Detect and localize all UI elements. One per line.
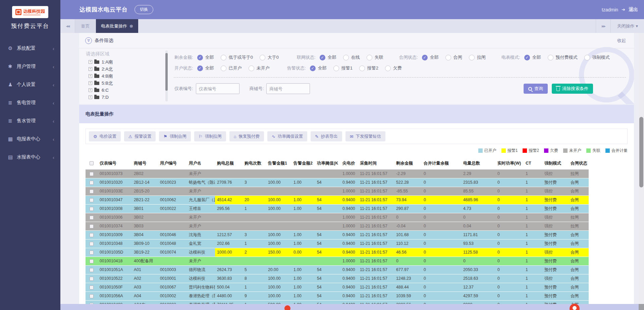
row-checkbox[interactable]	[90, 198, 94, 202]
radio-icon[interactable]	[584, 55, 590, 60]
radio-option-全部[interactable]: ✓全部	[422, 54, 439, 60]
radio-option-强制模式[interactable]: 强制模式	[584, 54, 610, 60]
radio-option-合闸[interactable]: 合闸	[445, 54, 462, 60]
toolbar-button-恢复预付费[interactable]: ⌂恢复预付费	[229, 131, 264, 141]
sidebar-item-售电管理[interactable]: ≣售电管理‹	[0, 94, 60, 112]
expand-plus-icon[interactable]: +	[89, 95, 92, 99]
close-operations-dropdown[interactable]: 关闭操作 ▾	[610, 19, 644, 33]
row-checkbox[interactable]	[90, 224, 94, 228]
table-row[interactable]: 00100103063B02未开户1.000011-21 16:01:57000…	[86, 213, 589, 222]
toolbar-button-电价设置[interactable]: ⚙电价设置	[89, 131, 121, 141]
radio-option-未开户[interactable]: 未开户	[249, 65, 270, 71]
radio-icon[interactable]	[359, 65, 365, 71]
radio-icon[interactable]	[548, 55, 553, 60]
table-row[interactable]: 00100103732B02未开户1.000011-21 16:01:57-2.…	[86, 170, 589, 178]
radio-option-低于或等于0[interactable]: 低于或等于0	[221, 54, 253, 60]
table-row[interactable]: 0010010403A04左0010002泰潜热处理（队72111.351500…	[86, 301, 589, 304]
radio-icon[interactable]	[221, 65, 226, 71]
row-checkbox[interactable]	[90, 189, 94, 193]
table-row[interactable]: 00100103472B21-220010062允儿服装厂（原4514.4220…	[86, 196, 589, 204]
tree-node-2:A北[interactable]: +2:A北	[89, 65, 162, 73]
row-checkbox[interactable]	[90, 294, 94, 298]
row-checkbox[interactable]	[90, 181, 94, 185]
vertical-scrollbar-track[interactable]	[639, 33, 644, 310]
sidebar-item-电报表中心[interactable]: ▦电报表中心‹	[0, 130, 60, 148]
radio-option-已开户[interactable]: 已开户	[221, 65, 242, 71]
radio-icon[interactable]	[469, 55, 475, 60]
radio-checked-icon[interactable]: ✓	[422, 55, 428, 60]
toolbar-button-功率阈值设置[interactable]: ∿功率阈值设置	[267, 131, 307, 141]
radio-icon[interactable]	[343, 55, 349, 60]
expand-plus-icon[interactable]: +	[89, 67, 92, 71]
table-row[interactable]: 00100103483B09-100010048金礼宽202.661100.00…	[86, 239, 589, 248]
expand-plus-icon[interactable]: +	[89, 88, 92, 92]
radio-option-报警1[interactable]: 报警1	[333, 65, 353, 71]
radio-option-失联[interactable]: 失联	[367, 54, 383, 60]
radio-option-在线[interactable]: 在线	[343, 54, 360, 60]
radio-icon[interactable]	[333, 65, 339, 71]
vertical-scrollbar-thumb[interactable]	[639, 117, 643, 187]
table-row[interactable]: 001001050FA030010067普玛利生物科技500.041100.00…	[86, 283, 589, 292]
radio-option-全部[interactable]: ✓全部	[310, 65, 327, 71]
radio-checked-icon[interactable]: ✓	[320, 55, 325, 60]
radio-icon[interactable]	[221, 55, 226, 60]
table-row[interactable]: 0010010418400配备用未开户1.000011-21 16:01:570…	[86, 257, 589, 265]
radio-icon[interactable]	[385, 65, 391, 71]
tab-close-icon[interactable]: ⊗	[129, 24, 133, 29]
radio-icon[interactable]	[367, 55, 372, 60]
toolbar-button-报警设置[interactable]: ⚠报警设置	[124, 131, 156, 141]
table-row[interactable]: 001001035D3B19-220010074达模科技1000.002150.…	[86, 248, 589, 257]
tree-node-4:B南[interactable]: +4:B南	[89, 73, 162, 80]
table-row[interactable]: 001001051AA010010003德邦物流2624.73520.001.0…	[86, 266, 589, 274]
row-checkbox[interactable]	[90, 259, 94, 263]
table-row[interactable]: 00100103093B040010046沈海燕1212.573100.001.…	[86, 231, 589, 239]
tree-node-1:A南[interactable]: +1:A南	[89, 58, 162, 65]
row-checkbox[interactable]	[90, 172, 94, 176]
shop-no-input[interactable]	[266, 83, 310, 94]
row-checkbox[interactable]	[90, 251, 94, 255]
tab-meter-batch[interactable]: 电表批量操作 ⊗	[96, 19, 138, 33]
tabs-scroll-left-button[interactable]: ◀◀	[60, 19, 75, 33]
row-checkbox[interactable]	[90, 207, 94, 211]
tree-scrollbar-thumb[interactable]	[165, 53, 168, 91]
sidebar-item-售水管理[interactable]: ≣售水管理‹	[0, 112, 60, 130]
row-checkbox[interactable]	[90, 216, 94, 220]
toolbar-button-强制拉闸[interactable]: ⚐强制拉闸	[194, 131, 226, 141]
table-row[interactable]: 001001033E2B15-20未开户1.000011-21 16:01:57…	[86, 187, 589, 195]
tree-node-7:D[interactable]: +7:D	[89, 94, 162, 101]
select-all-checkbox[interactable]	[90, 161, 94, 165]
table-row[interactable]: 0010010522A020010001达模科技3630.838100.001.…	[86, 274, 589, 283]
horizontal-scrollbar-track[interactable]	[60, 304, 639, 310]
radio-option-欠费[interactable]: 欠费	[385, 65, 402, 71]
sidebar-item-系统配置[interactable]: ⚙系统配置‹	[0, 39, 60, 57]
expand-plus-icon[interactable]: +	[89, 74, 92, 78]
table-row[interactable]: 00100103202B12-140010023铭扬电气（陈进2709.7631…	[86, 178, 589, 187]
row-checkbox[interactable]	[90, 233, 94, 237]
collapse-button[interactable]: 收起	[617, 38, 626, 44]
table-row[interactable]: 00100103083B010010022王维喜295.561100.001.0…	[86, 205, 589, 213]
expand-plus-icon[interactable]: +	[89, 81, 92, 85]
row-checkbox[interactable]	[90, 285, 94, 290]
row-checkbox[interactable]	[90, 242, 94, 246]
query-button[interactable]: 查询	[524, 84, 548, 94]
table-row[interactable]: 001001056AA040010002泰潜热处理（队4480.009100.0…	[86, 292, 589, 300]
radio-option-报警2[interactable]: 报警2	[359, 65, 378, 71]
toolbar-button-下发报警短信[interactable]: ✉下发报警短信	[345, 131, 385, 141]
radio-option-全部[interactable]: ✓全部	[524, 54, 541, 60]
meter-no-input[interactable]	[196, 83, 239, 94]
toolbar-button-强制合闸[interactable]: ⚑强制合闸	[159, 131, 191, 141]
sidebar-item-个人设置[interactable]: ♟个人设置‹	[0, 76, 60, 94]
table-row[interactable]: 00100103743B03未开户1.000011-21 16:01:57-0.…	[86, 222, 589, 230]
radio-option-预付费模式[interactable]: 预付费模式	[548, 54, 578, 60]
row-checkbox[interactable]	[90, 268, 94, 272]
radio-option-全部[interactable]: ✓全部	[197, 54, 214, 60]
tabs-scroll-right-button[interactable]: ▶▶	[596, 19, 610, 33]
radio-icon[interactable]	[445, 55, 451, 60]
radio-checked-icon[interactable]: ✓	[310, 65, 316, 71]
radio-icon[interactable]	[260, 55, 265, 60]
tree-node-5:B北[interactable]: +5:B北	[89, 80, 162, 87]
radio-option-拉闸[interactable]: 拉闸	[469, 54, 486, 60]
logout-button[interactable]: 退出	[629, 7, 638, 13]
radio-option-全部[interactable]: ✓全部	[197, 65, 214, 71]
radio-checked-icon[interactable]: ✓	[524, 55, 530, 60]
